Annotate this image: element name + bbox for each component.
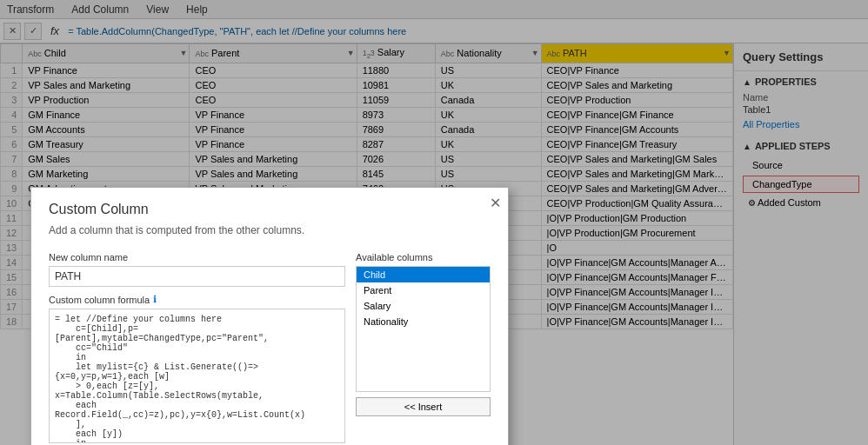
modal-subtitle: Add a column that is computed from the o… — [31, 224, 508, 245]
modal-left: New column name Custom column formula ℹ — [49, 245, 345, 445]
column-list-item[interactable]: Salary — [357, 298, 490, 314]
available-columns-list: ChildParentSalaryNationality — [356, 266, 491, 392]
modal-overlay[interactable]: ✕ Custom Column Add a column that is com… — [0, 0, 868, 445]
column-list-item[interactable]: Parent — [357, 282, 490, 298]
column-list-item[interactable]: Nationality — [357, 314, 490, 329]
new-column-name-input[interactable] — [49, 266, 345, 287]
info-icon: ℹ — [153, 294, 157, 305]
formula-code-area[interactable] — [49, 309, 345, 443]
insert-button[interactable]: << Insert — [356, 397, 491, 416]
column-list-item[interactable]: Child — [357, 267, 490, 282]
modal-close-btn[interactable]: ✕ — [490, 195, 501, 211]
new-column-name-label: New column name — [49, 252, 345, 262]
custom-column-modal: ✕ Custom Column Add a column that is com… — [30, 187, 509, 445]
formula-label: Custom column formula ℹ — [49, 294, 345, 305]
modal-title: Custom Column — [31, 188, 508, 224]
modal-body: New column name Custom column formula ℹ … — [31, 245, 508, 445]
available-columns-label: Available columns — [356, 252, 491, 262]
modal-right: Available columns ChildParentSalaryNatio… — [356, 245, 491, 445]
